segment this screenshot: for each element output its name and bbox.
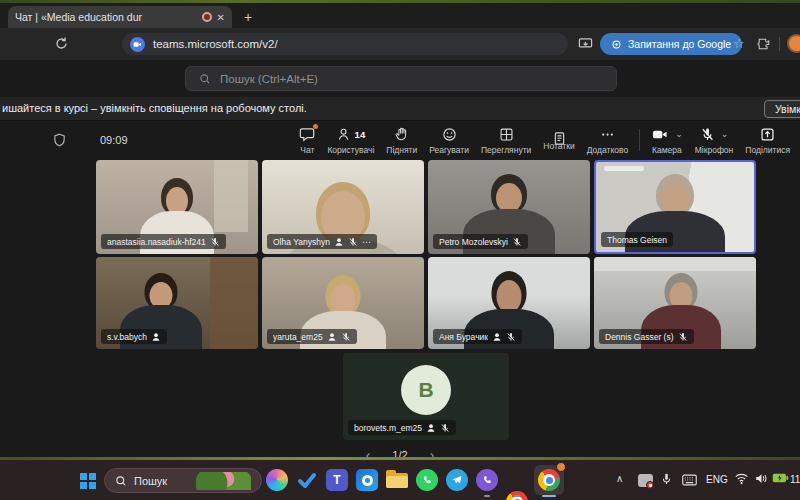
- person-badge-icon: [327, 332, 337, 342]
- participant-name: Аня Бурачик: [439, 332, 488, 342]
- copilot-icon[interactable]: [266, 469, 288, 491]
- taskbar-search[interactable]: Пошук: [104, 468, 262, 493]
- bookmark-star-icon[interactable]: ☆: [733, 38, 745, 50]
- person-badge-icon: [492, 332, 502, 342]
- controls-divider: [639, 129, 640, 151]
- teams-app-icon[interactable]: T: [326, 469, 348, 491]
- recording-red-dot: [646, 481, 654, 489]
- participant-name-pill: s.v.babych: [101, 329, 167, 344]
- notification-banner: ишайтеся в курсі – увімкніть сповіщення …: [0, 97, 800, 121]
- teams-app: Пошук (Ctrl+Alt+E) ишайтеся в курсі – ув…: [0, 60, 800, 457]
- notification-badge: [556, 462, 566, 472]
- extensions-puzzle-icon[interactable]: [757, 37, 771, 51]
- desktop-screen: Чат | «Media education dur ✕ + teams.mic…: [0, 0, 800, 500]
- viber-icon[interactable]: [476, 469, 498, 491]
- start-button[interactable]: [80, 473, 96, 489]
- participants-icon: [337, 127, 352, 142]
- participant-name-pill: Dennis Gasser (s): [599, 329, 694, 344]
- share-button[interactable]: Поділитися: [739, 126, 796, 155]
- raise-hand-button[interactable]: Підняти: [380, 126, 423, 155]
- reload-icon[interactable]: [54, 36, 69, 51]
- tab-close-icon[interactable]: ✕: [217, 12, 225, 23]
- todo-check-icon[interactable]: [296, 469, 318, 491]
- video-tile-anya[interactable]: Аня Бурачик: [428, 257, 590, 349]
- video-row-2: s.v.babych yaruta_em25: [96, 257, 756, 349]
- share-icon: [760, 127, 775, 142]
- search-highlight-flowers: [196, 472, 251, 490]
- wifi-icon[interactable]: [734, 472, 749, 485]
- mic-chevron-icon[interactable]: ⌄: [721, 129, 729, 139]
- video-tile-yaruta[interactable]: yaruta_em25: [262, 257, 424, 349]
- room-door: [214, 160, 248, 232]
- participant-name-pill: Petro Mozolevskyi: [433, 234, 528, 249]
- more-dots-icon: [600, 127, 615, 142]
- touch-keyboard-icon[interactable]: [682, 474, 697, 486]
- new-tab-button[interactable]: +: [244, 9, 252, 25]
- enable-notifications-button[interactable]: Увімкнути: [764, 100, 800, 118]
- notes-button[interactable]: Нотатки: [537, 130, 580, 151]
- volume-icon[interactable]: [754, 472, 768, 485]
- browser-tab[interactable]: Чат | «Media education dur ✕: [8, 6, 232, 28]
- room-furniture: [210, 257, 258, 349]
- mic-off-icon: [348, 237, 358, 247]
- video-tile-anastasiia[interactable]: anastasiia.nasadiuk-hf241: [96, 160, 258, 254]
- video-tile-dennis[interactable]: Dennis Gasser (s): [594, 257, 756, 349]
- participant-name-pill: Olha Yanyshyn ⋯: [267, 234, 377, 249]
- install-cast-icon[interactable]: [578, 36, 593, 51]
- search-icon: [199, 73, 211, 85]
- view-grid-icon: [499, 127, 514, 142]
- browser-tab-strip: Чат | «Media education dur ✕ +: [0, 3, 800, 28]
- language-indicator[interactable]: ENG: [706, 474, 728, 485]
- chat-notification-dot: [313, 124, 318, 129]
- participant-name: borovets.m_em25: [354, 423, 422, 433]
- windows-taskbar: Пошук T ∧: [0, 460, 800, 500]
- video-tile-babych[interactable]: s.v.babych: [96, 257, 258, 349]
- battery-charging-icon[interactable]: [772, 472, 789, 484]
- chat-button[interactable]: Чат: [293, 126, 321, 155]
- ceiling-light: [604, 166, 644, 171]
- meeting-control-bar: 09:09 Чат 14 Користувачі Підняти Реагува…: [0, 121, 800, 159]
- video-row-1: anastasiia.nasadiuk-hf241 Olha Yanyshyn …: [96, 160, 756, 254]
- smiley-icon: [442, 127, 457, 142]
- mic-off-icon: [440, 423, 450, 433]
- banner-text: ишайтеся в курсі – увімкніть сповіщення …: [2, 102, 307, 114]
- taskbar-search-label: Пошук: [134, 475, 189, 487]
- browser-toolbar: teams.microsoft.com/v2/ Запитання до Goo…: [0, 28, 800, 60]
- participants-count: 14: [355, 129, 366, 140]
- participants-button[interactable]: 14 Користувачі: [321, 126, 380, 155]
- tray-mic-icon[interactable]: [660, 472, 673, 486]
- file-explorer-icon[interactable]: [386, 469, 408, 491]
- participant-name-pill: Аня Бурачик: [433, 329, 522, 344]
- participant-name: anastasiia.nasadiuk-hf241: [107, 237, 206, 247]
- active-running-indicator: [542, 495, 556, 498]
- whatsapp-icon[interactable]: [416, 469, 438, 491]
- participant-name-pill: borovets.m_em25: [348, 420, 456, 435]
- browser-profile-avatar[interactable]: [787, 34, 800, 53]
- camera-button[interactable]: ⌄ Камера: [645, 126, 689, 155]
- teams-search-placeholder: Пошук (Ctrl+Alt+E): [220, 73, 318, 85]
- participant-name: Petro Mozolevskyi: [439, 237, 508, 247]
- video-tile-petro[interactable]: Petro Mozolevskyi: [428, 160, 590, 254]
- tile-more-icon[interactable]: ⋯: [362, 238, 371, 246]
- telegram-icon[interactable]: [446, 469, 468, 491]
- mic-button[interactable]: ⌄ Мікрофон: [689, 126, 740, 155]
- tray-overflow-chevron[interactable]: ∧: [616, 473, 623, 484]
- teams-search-input[interactable]: Пошук (Ctrl+Alt+E): [185, 66, 617, 91]
- url-bar[interactable]: teams.microsoft.com/v2/: [122, 33, 568, 55]
- outlook-icon[interactable]: [356, 469, 378, 491]
- camera-chevron-icon[interactable]: ⌄: [675, 129, 683, 139]
- person-badge-icon: [334, 237, 344, 247]
- video-tile-olha[interactable]: Olha Yanyshyn ⋯: [262, 160, 424, 254]
- video-tile-thomas-active-speaker[interactable]: Thomas Geisen: [594, 160, 756, 254]
- active-chrome-window[interactable]: [534, 465, 564, 495]
- more-options-button[interactable]: Додатково: [581, 126, 634, 155]
- teams-favicon-icon: [130, 37, 145, 52]
- running-indicator: [484, 495, 490, 498]
- search-icon: [115, 475, 127, 487]
- ask-google-button[interactable]: Запитання до Google: [600, 33, 742, 55]
- participant-name-pill: yaruta_em25: [267, 329, 357, 344]
- view-button[interactable]: Переглянути: [475, 126, 537, 155]
- react-button[interactable]: Реагувати: [423, 126, 475, 155]
- taskbar-clock[interactable]: 11: [790, 474, 800, 485]
- video-tile-borovets[interactable]: B borovets.m_em25: [343, 353, 509, 440]
